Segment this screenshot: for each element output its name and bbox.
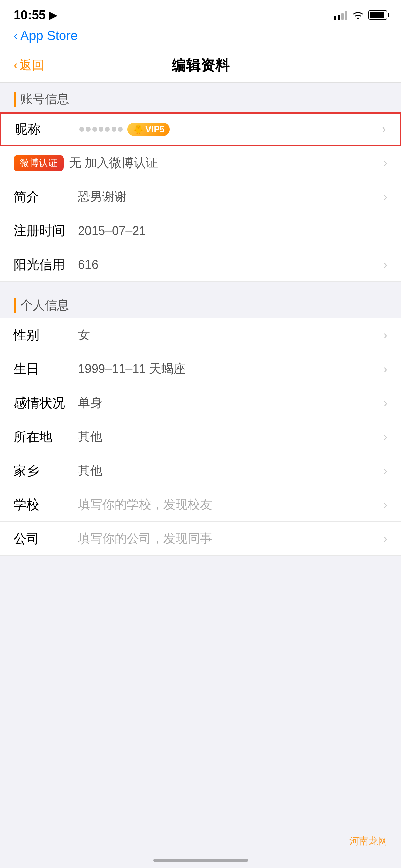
- status-icons: [334, 10, 387, 20]
- status-bar: 10:55 ▶: [0, 0, 401, 27]
- status-time: 10:55: [14, 8, 46, 22]
- hometown-value: 其他: [78, 462, 383, 479]
- gender-row[interactable]: 性别 女 ›: [0, 318, 401, 352]
- birthday-label: 生日: [14, 360, 68, 378]
- weibo-row[interactable]: 微博认证 无 加入微博认证 ›: [0, 146, 401, 180]
- relationship-label: 感情状况: [14, 394, 68, 412]
- watermark: 河南龙网: [349, 835, 387, 848]
- relationship-chevron-icon: ›: [383, 396, 387, 410]
- location-value: 其他: [78, 429, 383, 445]
- company-value: 填写你的公司，发现同事: [78, 530, 383, 547]
- account-section-title: 账号信息: [20, 91, 69, 107]
- weibo-value: 微博认证 无 加入微博认证: [14, 155, 383, 171]
- company-row[interactable]: 公司 填写你的公司，发现同事 ›: [0, 522, 401, 556]
- birthday-value: 1999–11–11 天蝎座: [78, 361, 383, 377]
- signal-icon: [334, 10, 347, 20]
- birthday-chevron-icon: ›: [383, 362, 387, 376]
- nav-back-chevron-icon: ‹: [14, 58, 18, 73]
- nickname-chevron-icon: ›: [382, 122, 386, 136]
- weibo-badge: 微博认证: [14, 155, 64, 171]
- location-row[interactable]: 所在地 其他 ›: [0, 420, 401, 454]
- nav-bar: ‹ 返回 编辑资料: [0, 48, 401, 82]
- hometown-row[interactable]: 家乡 其他 ›: [0, 454, 401, 488]
- hometown-label: 家乡: [14, 462, 68, 479]
- school-row[interactable]: 学校 填写你的学校，发现校友 ›: [0, 488, 401, 522]
- regdate-row: 注册时间 2015–07–21 ›: [0, 214, 401, 248]
- credit-label: 阳光信用: [14, 256, 68, 273]
- home-indicator: [153, 859, 248, 862]
- account-section-header: 账号信息: [0, 82, 401, 112]
- company-chevron-icon: ›: [383, 532, 387, 546]
- credit-row[interactable]: 阳光信用 616 ›: [0, 248, 401, 282]
- school-value: 填写你的学校，发现校友: [78, 496, 383, 513]
- hometown-chevron-icon: ›: [383, 464, 387, 478]
- company-label: 公司: [14, 530, 68, 547]
- location-icon: ▶: [49, 8, 58, 21]
- nickname-row[interactable]: 昵称 🐥 VIP5 ›: [0, 112, 401, 146]
- back-chevron-icon: ‹: [14, 30, 18, 42]
- battery-icon: [368, 10, 387, 20]
- blur-dots: [79, 127, 123, 132]
- gender-value: 女: [78, 327, 383, 343]
- credit-chevron-icon: ›: [383, 258, 387, 272]
- gender-chevron-icon: ›: [383, 328, 387, 342]
- intro-row[interactable]: 简介 恐男谢谢 ›: [0, 180, 401, 214]
- section-accent-bar: [14, 92, 16, 107]
- page-title: 编辑资料: [172, 56, 230, 75]
- nickname-value: 🐥 VIP5: [79, 123, 382, 136]
- intro-chevron-icon: ›: [383, 190, 387, 204]
- location-label: 所在地: [14, 428, 68, 446]
- school-label: 学校: [14, 496, 68, 513]
- school-chevron-icon: ›: [383, 498, 387, 512]
- regdate-value: 2015–07–21: [78, 224, 387, 238]
- relationship-value: 单身: [78, 395, 383, 411]
- personal-section-title: 个人信息: [20, 297, 69, 314]
- nav-back-label: 返回: [20, 57, 44, 74]
- weibo-chevron-icon: ›: [383, 156, 387, 170]
- intro-value: 恐男谢谢: [78, 189, 383, 205]
- vip-icon: 🐥: [133, 124, 144, 135]
- nav-back-button[interactable]: ‹ 返回: [14, 57, 44, 74]
- nickname-blur: [79, 127, 123, 132]
- regdate-label: 注册时间: [14, 222, 68, 239]
- personal-section-accent-bar: [14, 298, 16, 313]
- credit-value: 616: [78, 258, 383, 272]
- nickname-label: 昵称: [15, 121, 69, 138]
- personal-section-header: 个人信息: [0, 289, 401, 318]
- vip-badge: 🐥 VIP5: [127, 123, 170, 136]
- svg-point-0: [357, 18, 359, 19]
- app-store-bar[interactable]: ‹ App Store: [0, 27, 401, 48]
- relationship-row[interactable]: 感情状况 单身 ›: [0, 386, 401, 420]
- weibo-text: 无 加入微博认证: [69, 155, 158, 171]
- birthday-row[interactable]: 生日 1999–11–11 天蝎座 ›: [0, 352, 401, 386]
- vip-label: VIP5: [145, 124, 164, 135]
- app-store-label[interactable]: App Store: [20, 28, 78, 43]
- intro-label: 简介: [14, 188, 68, 205]
- gender-label: 性别: [14, 327, 68, 344]
- wifi-icon: [352, 11, 364, 19]
- location-chevron-icon: ›: [383, 430, 387, 444]
